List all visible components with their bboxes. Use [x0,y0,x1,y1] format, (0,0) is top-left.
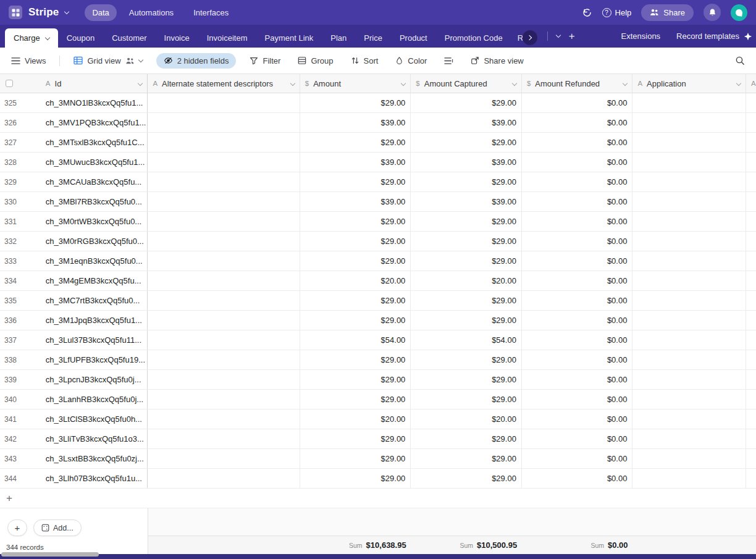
cell-application[interactable] [632,153,746,172]
cell-amount-refunded[interactable]: $0.00 [522,291,633,310]
column-menu-chevron-icon[interactable] [736,81,741,86]
cell-amount-captured[interactable]: $20.00 [411,410,522,429]
row-number[interactable]: 331 [0,212,41,231]
cell-amount-captured[interactable]: $29.00 [411,212,522,231]
row-number[interactable]: 341 [0,410,41,429]
cell-amount-captured[interactable]: $54.00 [411,330,522,350]
column-header-amount-refunded[interactable]: $ Amount Refunded [522,74,633,93]
cell-alternate-statement-descriptors[interactable] [148,192,300,211]
row-number[interactable]: 340 [0,390,41,409]
summary-alternate-statement-descriptors[interactable] [148,536,300,554]
select-all-cell[interactable] [0,74,41,93]
cell-id[interactable]: ch_3LpcnJB3kcxQq5fu0j... [41,370,148,389]
cell-alternate-statement-descriptors[interactable] [148,429,300,448]
cell-alternate-statement-descriptors[interactable] [148,311,300,330]
tab-invoice[interactable]: Invoice [156,28,198,48]
help-button[interactable]: ? Help [602,8,632,17]
summary-application[interactable] [633,536,746,554]
summary-amount-captured[interactable]: Sum $10,500.95 [411,536,522,554]
cell-amount-refunded[interactable]: $0.00 [522,350,633,369]
cell-amount-captured[interactable]: $29.00 [411,370,522,389]
cell-alternate-statement-descriptors[interactable] [148,93,300,112]
color-button[interactable]: Color [392,53,430,69]
row-number[interactable]: 344 [0,469,41,488]
cell-application[interactable] [632,192,746,211]
grid-view-switcher[interactable]: Grid view [70,53,146,69]
tab-price[interactable]: Price [355,28,391,48]
table-row[interactable]: 340 ch_3LanhRB3kcxQq5fu0j... $29.00 $29.… [0,390,756,410]
row-number[interactable]: 327 [0,133,41,152]
row-number[interactable]: 332 [0,232,41,251]
cell-alternate-statement-descriptors[interactable] [148,370,300,389]
tab-charge-chevron-icon[interactable] [44,35,49,40]
nav-item-data[interactable]: Data [85,4,116,21]
row-number[interactable]: 330 [0,192,41,211]
table-row[interactable]: 325 ch_3MNO1lB3kcxQq5fu1... $29.00 $29.0… [0,93,756,113]
tab-invoiceitem[interactable]: Invoiceitem [198,28,256,48]
cell-amount-captured[interactable]: $29.00 [411,429,522,448]
cell-amount-refunded[interactable]: $0.00 [522,370,633,389]
cell-partial[interactable] [746,93,756,112]
row-height-button[interactable] [440,54,457,68]
table-row[interactable]: 327 ch_3MTsxlB3kcxQq5fu1C... $29.00 $29.… [0,133,756,153]
column-header-partial[interactable]: A [746,74,756,93]
table-row[interactable]: 334 ch_3M4gEMB3kcxQq5fu... $20.00 $20.00… [0,271,756,291]
cell-partial[interactable] [746,370,756,389]
extensions-button[interactable]: Extensions [621,32,661,41]
cell-amount-captured[interactable]: $20.00 [411,271,522,290]
cell-amount[interactable]: $29.00 [300,449,411,468]
cell-alternate-statement-descriptors[interactable] [148,449,300,468]
cell-amount[interactable]: $29.00 [300,93,411,112]
tab-product[interactable]: Product [391,28,436,48]
cell-amount[interactable]: $29.00 [300,232,411,251]
cell-amount-refunded[interactable]: $0.00 [522,271,633,290]
table-row[interactable]: 330 ch_3MBl7RB3kcxQq5fu0... $39.00 $39.0… [0,192,756,212]
cell-application[interactable] [632,291,746,310]
table-row[interactable]: 341 ch_3LtClSB3kcxQq5fu0h... $20.00 $20.… [0,410,756,429]
cell-amount[interactable]: $29.00 [300,429,411,448]
table-row[interactable]: 338 ch_3LfUPFB3kcxQq5fu19... $29.00 $29.… [0,350,756,370]
cell-amount[interactable]: $20.00 [300,410,411,429]
column-header-amount-captured[interactable]: $ Amount Captured [411,74,522,93]
cell-amount-refunded[interactable]: $0.00 [522,133,633,152]
cell-id[interactable]: ch_3M1JpqB3kcxQq5fu1... [41,311,148,330]
row-number[interactable]: 335 [0,291,41,310]
cell-amount-refunded[interactable]: $0.00 [522,192,633,211]
table-row[interactable]: 332 ch_3M0rRGB3kcxQq5fu0... $29.00 $29.0… [0,232,756,251]
row-number[interactable]: 333 [0,251,41,271]
table-row[interactable]: 337 ch_3Lul37B3kcxQq5fu11... $54.00 $54.… [0,330,756,350]
tabs-scroll-right-button[interactable] [523,30,537,45]
app-menu-chevron-icon[interactable] [64,9,69,14]
cell-id[interactable]: ch_3LsxtBB3kcxQq5fu0zj... [41,449,148,468]
cell-amount-captured[interactable]: $29.00 [411,469,522,488]
cell-alternate-statement-descriptors[interactable] [148,232,300,251]
tab-customer[interactable]: Customer [103,28,155,48]
tab-promotion-code[interactable]: Promotion Code [436,28,511,48]
cell-amount[interactable]: $39.00 [300,192,411,211]
cell-application[interactable] [632,113,746,132]
cell-alternate-statement-descriptors[interactable] [148,271,300,290]
cell-alternate-statement-descriptors[interactable] [148,251,300,271]
cell-application[interactable] [632,469,746,488]
column-header-alternate-statement-descriptors[interactable]: A Alternate statement descriptors [148,74,300,93]
cell-application[interactable] [632,251,746,271]
cell-id[interactable]: ch_3M4gEMB3kcxQq5fu... [41,271,148,290]
cell-amount[interactable]: $29.00 [300,212,411,231]
cell-id[interactable]: ch_3MUwucB3kcxQq5fu1... [41,153,148,172]
nav-item-interfaces[interactable]: Interfaces [186,4,236,21]
cell-application[interactable] [632,370,746,389]
cell-amount-refunded[interactable]: $0.00 [522,410,633,429]
cell-amount-captured[interactable]: $29.00 [411,291,522,310]
cell-partial[interactable] [746,469,756,488]
cell-id[interactable]: ch_3MBl7RB3kcxQq5fu0... [41,192,148,211]
cell-alternate-statement-descriptors[interactable] [148,291,300,310]
cell-amount-refunded[interactable]: $0.00 [522,232,633,251]
column-menu-chevron-icon[interactable] [401,81,406,86]
cell-amount-captured[interactable]: $39.00 [411,192,522,211]
add-table-button[interactable]: + [569,30,575,43]
notifications-button[interactable] [704,4,721,21]
cell-partial[interactable] [746,311,756,330]
cell-application[interactable] [632,172,746,191]
row-number[interactable]: 326 [0,113,41,132]
cell-amount-captured[interactable]: $29.00 [411,390,522,409]
